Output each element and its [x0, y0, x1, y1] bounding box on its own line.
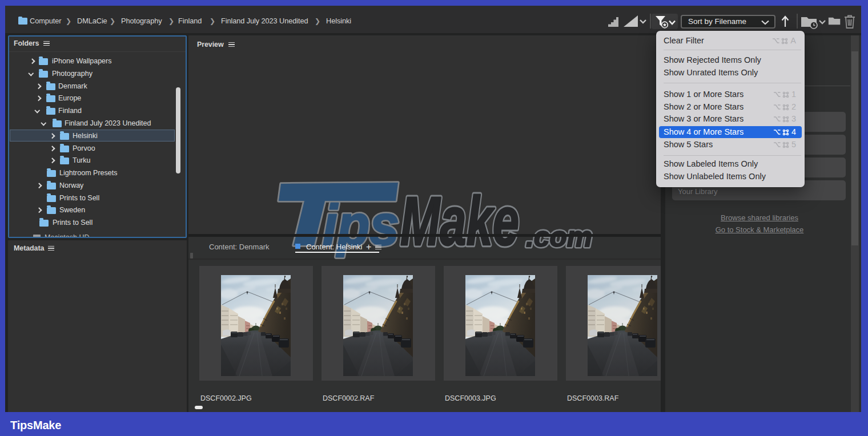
svg-text:Make: Make — [400, 183, 519, 259]
svg-text:.com: .com — [526, 221, 592, 253]
